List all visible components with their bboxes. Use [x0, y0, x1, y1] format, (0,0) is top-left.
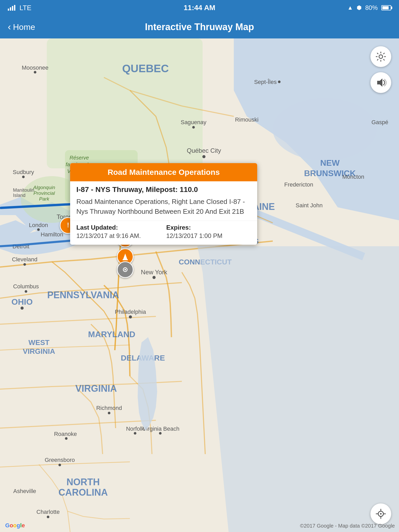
svg-text:VIRGINIA: VIRGINIA: [23, 347, 55, 355]
svg-point-66: [65, 437, 68, 440]
sound-icon: [375, 77, 387, 88]
svg-marker-87: [377, 78, 382, 87]
svg-point-12: [192, 126, 195, 129]
svg-text:QUEBEC: QUEBEC: [122, 62, 169, 75]
svg-text:Moncton: Moncton: [342, 174, 364, 180]
svg-text:New York: New York: [141, 269, 167, 276]
svg-point-70: [159, 432, 162, 435]
map-container[interactable]: QUEBEC Sept-Îles Saguenay Rimouski Québe…: [0, 38, 399, 532]
svg-point-46: [23, 263, 26, 266]
svg-point-10: [278, 81, 281, 83]
svg-marker-81: [123, 254, 127, 259]
popup-header: Road Maintenance Operations: [70, 163, 257, 181]
nav-bar: ‹ Home Interactive Thruway Map: [0, 16, 399, 38]
svg-text:WEST: WEST: [29, 338, 50, 347]
map-svg: QUEBEC Sept-Îles Saguenay Rimouski Québe…: [0, 38, 399, 532]
svg-text:Richmond: Richmond: [96, 405, 122, 411]
svg-text:Saint John: Saint John: [296, 202, 323, 209]
svg-text:VIRGINIA: VIRGINIA: [75, 383, 117, 394]
svg-point-68: [134, 432, 136, 435]
sound-button[interactable]: [370, 72, 391, 93]
svg-rect-5: [47, 38, 203, 168]
svg-point-2: [273, 98, 377, 161]
svg-text:Norfolk: Norfolk: [126, 425, 144, 432]
map-credit: ©2017 Google - Map data ©2017 Google: [300, 523, 395, 529]
svg-point-15: [202, 155, 205, 158]
svg-point-40: [37, 228, 40, 231]
status-bar: LTE 11:44 AM ▲ ⬢ 80%: [0, 0, 399, 16]
svg-text:Provincial: Provincial: [34, 190, 55, 196]
popup-expires: Expires: 12/13/2017 1:00 PM: [166, 224, 251, 240]
status-right: ▲ ⬢ 80%: [347, 4, 391, 11]
svg-text:Manitoulin: Manitoulin: [13, 188, 34, 193]
signal-bars: [8, 5, 15, 11]
last-updated-label: Last Updated:: [76, 224, 161, 231]
svg-text:Fredericton: Fredericton: [284, 181, 313, 188]
svg-text:Columbus: Columbus: [13, 283, 39, 290]
google-logo: Google: [5, 522, 25, 529]
svg-text:Philadelphia: Philadelphia: [115, 309, 146, 315]
svg-text:London: London: [29, 222, 48, 228]
svg-text:Algonquin: Algonquin: [33, 185, 55, 190]
svg-point-55: [129, 315, 132, 318]
popup-route: I-87 - NYS Thruway, Milepost: 110.0: [70, 181, 257, 196]
svg-text:Gaspé: Gaspé: [371, 119, 388, 125]
svg-text:OHIO: OHIO: [11, 297, 33, 307]
svg-text:Island: Island: [13, 193, 25, 198]
traffic-marker[interactable]: [117, 261, 134, 278]
last-updated-value: 12/13/2017 at 9:16 AM.: [76, 232, 161, 240]
svg-rect-82: [123, 259, 128, 260]
svg-text:!: !: [67, 222, 69, 229]
gear-icon: [375, 51, 387, 62]
bluetooth-icon: ⬢: [357, 4, 362, 11]
svg-point-64: [108, 412, 110, 414]
svg-text:Rimouski: Rimouski: [235, 116, 258, 123]
svg-text:Sudbury: Sudbury: [13, 169, 34, 175]
back-button[interactable]: ‹ Home: [8, 22, 35, 32]
svg-point-52: [152, 276, 156, 279]
popup-last-updated: Last Updated: 12/13/2017 at 9:16 AM.: [76, 224, 161, 240]
status-left: LTE: [8, 4, 31, 12]
popup-meta: Last Updated: 12/13/2017 at 9:16 AM. Exp…: [70, 221, 257, 245]
expires-label: Expires:: [166, 224, 251, 231]
svg-text:Sept-Îles: Sept-Îles: [254, 79, 277, 85]
settings-button[interactable]: [370, 46, 391, 67]
svg-text:PENNSYLVANIA: PENNSYLVANIA: [47, 290, 119, 300]
location-button[interactable]: [370, 503, 391, 524]
back-label: Home: [13, 22, 35, 32]
svg-point-85: [124, 269, 126, 270]
svg-point-74: [58, 464, 61, 466]
svg-text:MARYLAND: MARYLAND: [88, 330, 135, 339]
svg-point-48: [25, 290, 27, 293]
back-chevron-icon: ‹: [8, 22, 11, 32]
svg-text:CAROLINA: CAROLINA: [58, 487, 108, 498]
svg-text:Saguenay: Saguenay: [181, 119, 206, 125]
svg-text:NORTH: NORTH: [66, 477, 100, 487]
battery-indicator: [381, 5, 391, 10]
location-icon: [375, 508, 387, 520]
expires-value: 12/13/2017 1:00 PM: [166, 232, 251, 240]
carrier-label: LTE: [19, 4, 31, 12]
svg-point-77: [47, 516, 49, 518]
svg-text:Moosonee: Moosonee: [22, 64, 49, 71]
svg-text:Charlotte: Charlotte: [36, 509, 59, 515]
svg-point-34: [22, 176, 25, 178]
svg-point-89: [380, 513, 382, 515]
svg-text:Asheville: Asheville: [13, 488, 36, 494]
svg-text:NEW: NEW: [320, 158, 340, 168]
svg-text:Roanoke: Roanoke: [54, 431, 77, 437]
svg-point-59: [21, 307, 24, 310]
nav-title: Interactive Thruway Map: [145, 22, 254, 32]
svg-text:Greensboro: Greensboro: [45, 457, 75, 463]
svg-text:Park: Park: [39, 196, 50, 202]
status-time: 11:44 AM: [184, 4, 215, 12]
svg-point-32: [34, 71, 36, 74]
popup-description: Road Maintenance Operations, Right Lane …: [70, 196, 257, 221]
info-popup: Road Maintenance Operations I-87 - NYS T…: [70, 163, 257, 245]
svg-text:Réserve: Réserve: [70, 155, 89, 161]
svg-text:Québec City: Québec City: [187, 147, 221, 154]
battery-percent: 80%: [365, 4, 378, 11]
svg-point-86: [379, 55, 383, 58]
traffic-circle[interactable]: [117, 261, 134, 278]
location-icon: ▲: [347, 4, 353, 11]
